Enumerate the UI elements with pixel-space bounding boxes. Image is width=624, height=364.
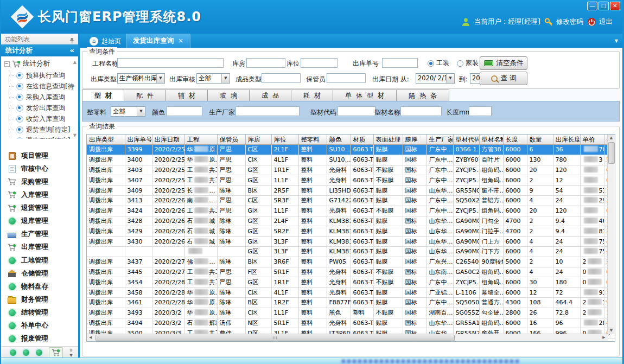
keeper-input[interactable]	[327, 73, 366, 83]
sidebar-module-note[interactable]: 审核中心	[1, 164, 78, 174]
profile-code-input[interactable]	[338, 106, 375, 116]
sidebar-module-cart-green[interactable]: 退货管理	[1, 203, 78, 213]
tree-item[interactable]: 发货出库查询	[9, 103, 78, 113]
sidebar-module-machine[interactable]: 生产管理	[1, 229, 78, 239]
pin-icon[interactable]	[69, 36, 75, 42]
material-tab[interactable]: 耗材	[291, 90, 333, 101]
column-header[interactable]: 表面处理	[373, 135, 403, 145]
scroll-up-icon[interactable]: ▲	[608, 135, 615, 142]
table-row[interactable]: 调拨出库34452020/2/27工共工程严思F区5R1F整料光身料6063-T…	[87, 267, 615, 277]
scroll-down-icon[interactable]: ▼	[608, 327, 615, 334]
manufacturer-input[interactable]	[235, 106, 300, 116]
sidebar-module-warehouse[interactable]: 仓储管理	[1, 269, 78, 278]
whole-part-select[interactable]: 全部▼	[111, 106, 145, 117]
close-tab-icon[interactable]: ×	[178, 37, 183, 44]
material-tab[interactable]: 玻璃	[207, 90, 249, 101]
tree-item[interactable]: 在途信息查询[待	[9, 81, 78, 92]
material-tab[interactable]: 成品	[249, 90, 291, 101]
sidebar-section-header[interactable]: 统计分析 «	[1, 44, 78, 56]
scroll-up-icon[interactable]: ▲	[73, 60, 77, 65]
column-header[interactable]: 库位	[271, 135, 298, 145]
column-header[interactable]: 长度	[503, 135, 527, 145]
table-row[interactable]: 调拨出库34302020/2/26石城陈琳G区3L3F整料KLM38176063…	[87, 237, 615, 247]
column-header[interactable]: 单价	[580, 135, 604, 145]
column-header[interactable]: 生产厂家	[426, 135, 453, 145]
scroll-down-icon[interactable]: ▼	[73, 133, 77, 138]
table-row[interactable]: 调拨出库34132020/2/26南…严思C区5R3F整料G714226063-…	[87, 195, 615, 206]
sidebar-module-circle[interactable]: 报废管理	[1, 334, 78, 344]
logout-button[interactable]: 退出	[587, 17, 613, 27]
length-input[interactable]	[469, 106, 492, 116]
out-type-select[interactable]: 生产领料出库▼	[117, 73, 165, 84]
scrollbar-thumb[interactable]: III	[95, 335, 455, 341]
clear-conditions-button[interactable]: 清空条件	[480, 56, 527, 70]
column-header[interactable]: 保管员	[217, 135, 245, 145]
material-tab[interactable]: 单体型材	[333, 90, 396, 101]
search-button[interactable]: 查 询	[480, 72, 527, 85]
sidebar-module-circle[interactable]: 补单中心	[1, 321, 78, 331]
tree-expander-icon[interactable]	[4, 61, 10, 67]
date-from-select[interactable]: 2020/ 2/16▼	[416, 73, 455, 84]
module-dot-button[interactable]	[23, 349, 29, 356]
material-tab[interactable]: 隔热条	[396, 90, 449, 101]
sidebar-module-circle[interactable]: 退库管理	[1, 216, 78, 226]
module-dot-button[interactable]	[10, 349, 16, 356]
collapse-icon[interactable]: «	[70, 44, 74, 56]
tab-shipping-outbound-query[interactable]: 发货出库查询 ×	[126, 34, 190, 48]
table-row[interactable]: G区3L3F整料KLM38176063-T5贴膜国标山东华…GA90M09…门下…	[87, 246, 615, 257]
color-input[interactable]	[167, 106, 202, 116]
horizontal-scrollbar[interactable]: ◀ III ▶	[87, 334, 608, 341]
tree-item[interactable]: 收货入库查询	[9, 113, 78, 124]
product-type-input[interactable]	[262, 73, 301, 83]
table-row[interactable]: 调拨出库34032020/2/25工共工程严思G区1R1F整料光身料6063-T…	[87, 165, 615, 175]
sidebar-module-cart[interactable]: 采购管理	[1, 177, 78, 187]
table-row[interactable]: 调拨出库34282020/2/26石城陈琳G区2L4F整料KLM38176063…	[87, 216, 615, 226]
minimize-button[interactable]: —	[587, 2, 597, 10]
tab-home[interactable]: ⌂ 起始页	[84, 35, 126, 48]
sidebar-module-folder[interactable]: 财务管理	[1, 295, 78, 305]
sidebar-module-cart-green[interactable]: 出库管理	[1, 242, 78, 252]
radio-gongzhuang[interactable]: 工装	[428, 59, 449, 68]
cart-shortcut-button[interactable]	[49, 347, 63, 358]
column-header[interactable]: 出库长度	[553, 135, 580, 145]
radio-jiazhuang[interactable]: 家装	[457, 59, 479, 68]
column-header[interactable]: 膜厚	[403, 135, 426, 145]
maximize-button[interactable]: □	[598, 2, 609, 10]
tree-root[interactable]: 统计分析	[1, 56, 78, 70]
tab-list-dropdown-icon[interactable]: ▼	[615, 39, 618, 43]
change-password-button[interactable]: 修改密码	[544, 17, 583, 27]
tree-item[interactable]: 采购入库查询	[9, 92, 78, 103]
more-modules-button[interactable]: »▾	[69, 348, 73, 357]
column-header[interactable]: 数量	[527, 135, 553, 145]
table-row[interactable]: 调拨出库34542020/2/28工共工程严思G区1R1F整料光身料6063-T…	[87, 277, 615, 288]
table-row[interactable]: 调拨出库34002020/2/25华原…严思C区4L1F整料SU10…6063-…	[87, 155, 615, 165]
table-row[interactable]: 调拨出库34932020/3/2华原…陈琳C区1L1F整料黑色塑料不贴膜国标湖南…	[87, 308, 615, 318]
table-row[interactable]: 调拨出库34582020/2/28华原…陈琳C区4L1F整料光身料6063-T5…	[87, 288, 615, 298]
sidebar-module-cart-green[interactable]: 入库管理	[1, 190, 78, 200]
project-name-input[interactable]	[117, 58, 224, 68]
table-row[interactable]: 调拨出库34092020/2/25长…陈琳B区2R5F整料LI35HD6063-…	[87, 186, 615, 196]
column-header[interactable]: 整零料	[298, 135, 327, 145]
table-row[interactable]: 调拨出库34372020/2/27佛…陈琳B区3R6F整料PW056063-T5…	[87, 257, 615, 267]
profile-name-input[interactable]	[400, 106, 442, 116]
column-header[interactable]: 库房	[245, 135, 271, 145]
table-row[interactable]: 调拨出库34072020/2/25工共工程严思G区1L1F整料光身料6063-T…	[87, 175, 615, 186]
table-row[interactable]: 调拨出库34242020/2/26工共工程严思G区1L1F整料光身料6063-T…	[87, 206, 615, 216]
sidebar-module-circle[interactable]: 工地管理	[1, 256, 78, 265]
warehouse-input[interactable]	[246, 58, 285, 68]
column-header[interactable]: 工程	[184, 135, 217, 145]
column-header[interactable]: 出库日期	[152, 135, 184, 145]
scroll-right-icon[interactable]: ▶	[600, 334, 608, 341]
column-header[interactable]: 出库单号	[125, 135, 152, 145]
scrollbar-thumb[interactable]	[608, 142, 615, 164]
tree-item[interactable]: 预算执行查询	[9, 70, 78, 81]
material-tab[interactable]: 辅材	[165, 90, 207, 101]
column-header[interactable]: 材质	[351, 135, 373, 145]
vertical-scrollbar[interactable]: ▲ ▼	[607, 135, 615, 334]
order-no-input[interactable]	[382, 58, 418, 68]
location-input[interactable]	[301, 58, 338, 68]
sidebar-module-circle[interactable]: 物料盘存	[1, 282, 78, 291]
table-row[interactable]: 调拨出库33992020/2/25华原…严思C区2L1F整料SU10…6063-…	[87, 145, 615, 155]
column-header[interactable]: 型材名称	[479, 135, 503, 145]
table-row[interactable]: 调拨出库34942020/3/2石辉城汤伟N区5R1F整料光身料6063-T5贴…	[87, 318, 615, 328]
